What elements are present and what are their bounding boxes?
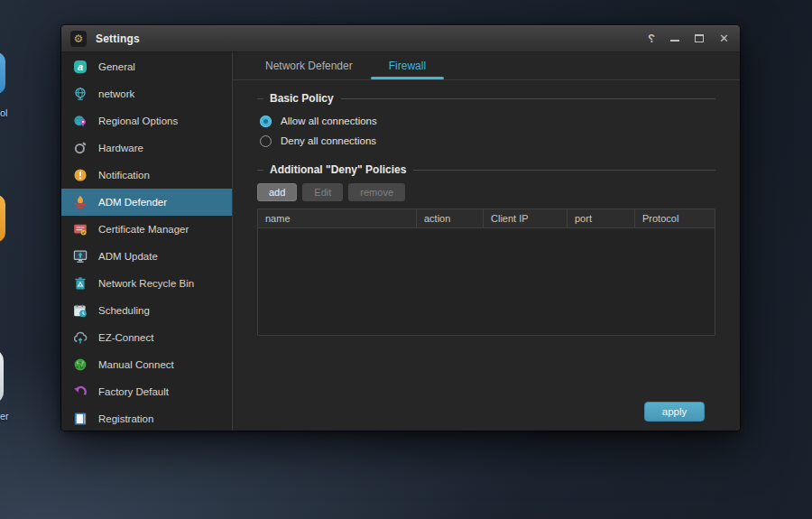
sidebar-item-label: Manual Connect bbox=[98, 359, 174, 370]
maximize-icon[interactable] bbox=[695, 34, 704, 42]
sidebar-item-label: Regional Options bbox=[98, 116, 178, 126]
sidebar-item-regional-options[interactable]: Regional Options bbox=[61, 107, 232, 134]
radio-unselected-icon[interactable] bbox=[260, 135, 272, 147]
certificate-manager-icon bbox=[73, 222, 88, 236]
column-header-client-ip[interactable]: Client IP bbox=[484, 209, 567, 227]
network-recycle-bin-icon bbox=[73, 276, 88, 291]
radio-option-allow-all-connections[interactable]: Allow all connections bbox=[260, 111, 715, 131]
adm-update-icon bbox=[73, 249, 88, 264]
notification-icon bbox=[73, 168, 88, 182]
factory-default-icon bbox=[73, 385, 88, 399]
ez-connect-icon bbox=[73, 330, 88, 345]
policy-table-body bbox=[258, 227, 715, 335]
settings-gear-icon: ⚙ bbox=[70, 31, 87, 47]
sidebar-item-label: Notification bbox=[98, 170, 150, 181]
sidebar-item-label: Certificate Manager bbox=[98, 224, 189, 235]
sidebar-item-general[interactable]: aGeneral bbox=[61, 53, 232, 80]
sidebar-item-label: ADM Update bbox=[98, 251, 158, 262]
help-icon[interactable]: ? bbox=[648, 32, 655, 45]
sidebar-item-network-recycle-bin[interactable]: Network Recycle Bin bbox=[61, 270, 232, 297]
deny-policies-legend: Additional "Deny" Policies bbox=[257, 163, 715, 176]
settings-content: Network DefenderFirewall Basic Policy Al… bbox=[233, 52, 740, 431]
settings-sidebar: aGeneralnetworkRegional OptionsHardwareN… bbox=[61, 52, 233, 431]
column-header-name[interactable]: name bbox=[258, 209, 417, 227]
sidebar-item-label: Factory Default bbox=[98, 386, 169, 397]
svg-text:a: a bbox=[78, 61, 83, 72]
sidebar-item-label: Network Recycle Bin bbox=[98, 278, 194, 289]
desktop-app-icon-white[interactable] bbox=[0, 348, 4, 404]
sidebar-item-adm-update[interactable]: ADM Update bbox=[61, 243, 232, 270]
adm-defender-icon bbox=[73, 195, 88, 209]
sidebar-item-label: General bbox=[98, 61, 135, 72]
sidebar-item-adm-defender[interactable]: ADM Defender bbox=[61, 189, 232, 216]
sidebar-item-manual-connect[interactable]: Manual Connect bbox=[61, 351, 232, 378]
sidebar-item-factory-default[interactable]: Factory Default bbox=[61, 378, 232, 405]
column-header-protocol[interactable]: Protocol bbox=[635, 209, 715, 227]
window-controls: ? ✕ bbox=[648, 32, 729, 45]
sidebar-item-label: ADM Defender bbox=[98, 197, 167, 208]
manual-connect-icon bbox=[73, 357, 88, 372]
sidebar-item-network[interactable]: network bbox=[61, 80, 232, 107]
deny-policy-table: nameactionClient IPportProtocol bbox=[257, 209, 715, 336]
sidebar-item-registration[interactable]: Registration bbox=[61, 405, 232, 431]
basic-policy-options: Allow all connectionsDeny all connection… bbox=[257, 111, 715, 151]
sidebar-item-certificate-manager[interactable]: Certificate Manager bbox=[61, 216, 232, 243]
remove-button: remove bbox=[348, 183, 405, 201]
settings-window: ⚙ Settings ? ✕ aGeneralnetworkRegional O… bbox=[61, 25, 740, 431]
desktop-app-icon-orange[interactable] bbox=[0, 195, 5, 242]
desktop-app-icon-blue[interactable] bbox=[0, 52, 5, 94]
radio-selected-icon[interactable] bbox=[260, 116, 272, 127]
radio-label: Allow all connections bbox=[281, 116, 377, 126]
add-button[interactable]: add bbox=[257, 183, 297, 201]
policy-table-header: nameactionClient IPportProtocol bbox=[258, 209, 715, 227]
radio-label: Deny all connections bbox=[281, 135, 376, 146]
sidebar-item-label: Scheduling bbox=[98, 305, 150, 316]
hardware-icon bbox=[73, 141, 88, 155]
scheduling-icon bbox=[73, 303, 88, 318]
sidebar-item-scheduling[interactable]: Scheduling bbox=[61, 297, 232, 324]
sidebar-item-label: Registration bbox=[98, 413, 153, 424]
general-icon: a bbox=[73, 60, 88, 74]
radio-option-deny-all-connections[interactable]: Deny all connections bbox=[260, 131, 715, 151]
desktop-icon-label: ol bbox=[0, 107, 8, 118]
close-icon[interactable]: ✕ bbox=[719, 32, 729, 45]
column-header-port[interactable]: port bbox=[567, 209, 635, 227]
registration-icon bbox=[73, 412, 88, 426]
minimize-icon[interactable] bbox=[670, 40, 679, 42]
network-icon bbox=[73, 87, 88, 101]
tab-bar: Network DefenderFirewall bbox=[233, 52, 740, 80]
basic-policy-legend: Basic Policy bbox=[257, 92, 715, 105]
sidebar-item-label: network bbox=[98, 88, 134, 99]
sidebar-item-ez-connect[interactable]: EZ-Connect bbox=[61, 324, 232, 351]
sidebar-item-notification[interactable]: Notification bbox=[61, 162, 232, 189]
apply-button[interactable]: apply bbox=[644, 402, 705, 422]
column-header-action[interactable]: action bbox=[417, 209, 484, 227]
edit-button: Edit bbox=[302, 183, 343, 201]
regional-options-icon bbox=[73, 114, 88, 128]
sidebar-item-label: EZ-Connect bbox=[98, 332, 153, 343]
deny-policy-buttons: addEditremove bbox=[257, 183, 715, 201]
desktop-icon-label: er bbox=[0, 411, 9, 422]
tab-network-defender[interactable]: Network Defender bbox=[247, 52, 371, 79]
sidebar-item-label: Hardware bbox=[98, 143, 143, 153]
titlebar[interactable]: ⚙ Settings ? ✕ bbox=[61, 25, 740, 52]
window-title: Settings bbox=[96, 32, 140, 45]
sidebar-item-hardware[interactable]: Hardware bbox=[61, 134, 232, 162]
tab-firewall[interactable]: Firewall bbox=[371, 52, 444, 79]
